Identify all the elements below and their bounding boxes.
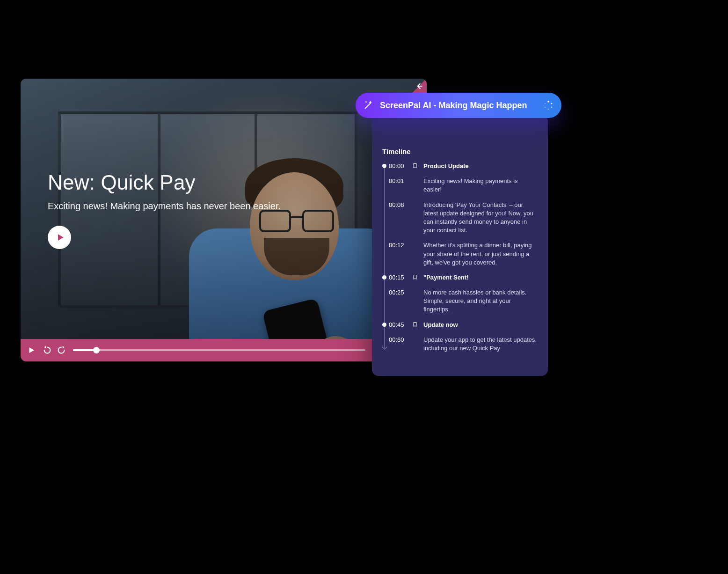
timeline-time: 00:08 xyxy=(389,201,408,235)
timeline-time: 00:01 xyxy=(389,177,408,194)
svg-point-1 xyxy=(551,103,552,104)
bookmark-icon xyxy=(412,321,419,329)
timeline-dot-icon xyxy=(382,164,386,168)
timeline-dot-icon xyxy=(382,275,386,280)
timeline-entry[interactable]: 00:01Exciting news! Making payments is e… xyxy=(389,177,538,194)
timeline-list: 00:00Product Update00:01Exciting news! M… xyxy=(382,162,538,353)
arrow-left-icon xyxy=(415,81,424,91)
timeline-entry[interactable]: 00:12Whether it's splitting a dinner bil… xyxy=(389,241,538,267)
bookmark-icon xyxy=(412,273,419,282)
timeline-heading: Timeline xyxy=(382,147,538,155)
timeline-text: "Payment Sent! xyxy=(423,273,538,282)
ai-panel: Timeline 00:00Product Update00:01Excitin… xyxy=(372,115,548,376)
video-subtitle: Exciting news! Making payments has never… xyxy=(48,201,281,212)
play-icon xyxy=(27,346,36,355)
timeline-text: Whether it's splitting a dinner bill, pa… xyxy=(423,241,538,267)
play-button[interactable] xyxy=(27,346,36,355)
timeline-text: Update your app to get the latest update… xyxy=(423,336,538,353)
rewind-icon xyxy=(42,345,52,355)
timeline-time: 00:00 xyxy=(389,162,408,170)
play-icon xyxy=(56,232,65,243)
timeline-text: Update now xyxy=(423,321,538,329)
timeline-chapter[interactable]: 00:00Product Update xyxy=(389,162,538,170)
timeline-chapter[interactable]: 00:15"Payment Sent! xyxy=(389,273,538,282)
svg-point-5 xyxy=(545,103,546,104)
rewind-controls xyxy=(42,345,66,355)
video-player: New: Quick Pay Exciting news! Making pay… xyxy=(21,79,427,361)
play-overlay-button[interactable] xyxy=(48,226,71,249)
svg-point-2 xyxy=(551,107,553,108)
timeline-axis xyxy=(384,165,385,348)
svg-point-0 xyxy=(547,101,549,103)
progress-thumb[interactable] xyxy=(93,347,100,353)
svg-point-3 xyxy=(548,109,549,110)
timeline-text: Introducing 'Pay Your Contacts' – our la… xyxy=(423,201,538,235)
timeline-text: Product Update xyxy=(423,162,538,170)
ai-header-pill[interactable]: ScreenPal AI - Making Magic Happen xyxy=(356,93,561,118)
timeline-dot-icon xyxy=(382,323,386,327)
forward-button[interactable] xyxy=(56,345,66,355)
timeline-time: 00:15 xyxy=(389,273,408,282)
video-overlay-text: New: Quick Pay Exciting news! Making pay… xyxy=(48,171,281,249)
timeline-time: 00:45 xyxy=(389,321,408,329)
timeline-time: 00:60 xyxy=(389,336,408,353)
timeline-time: 00:25 xyxy=(389,288,408,314)
magic-wand-icon xyxy=(363,100,373,110)
timeline-text: Exciting news! Making payments is easier… xyxy=(423,177,538,194)
timeline-time: 00:12 xyxy=(389,241,408,267)
timeline-entry[interactable]: 00:60Update your app to get the latest u… xyxy=(389,336,538,353)
timeline-entry[interactable]: 00:08Introducing 'Pay Your Contacts' – o… xyxy=(389,201,538,235)
loading-dots-icon xyxy=(543,100,554,111)
progress-bar[interactable] xyxy=(73,349,365,351)
bookmark-icon xyxy=(412,162,419,170)
timeline-entry[interactable]: 00:25No more cash hassles or bank detail… xyxy=(389,288,538,314)
rewind-button[interactable] xyxy=(42,345,52,355)
timeline-text: No more cash hassles or bank details. Si… xyxy=(423,288,538,314)
forward-icon xyxy=(56,345,66,355)
video-title: New: Quick Pay xyxy=(48,171,281,194)
svg-point-4 xyxy=(545,107,546,108)
ai-header-title: ScreenPal AI - Making Magic Happen xyxy=(380,101,536,110)
video-controls: 0:08 / 2:15 xyxy=(21,339,427,361)
timeline-chapter[interactable]: 00:45Update now xyxy=(389,321,538,329)
